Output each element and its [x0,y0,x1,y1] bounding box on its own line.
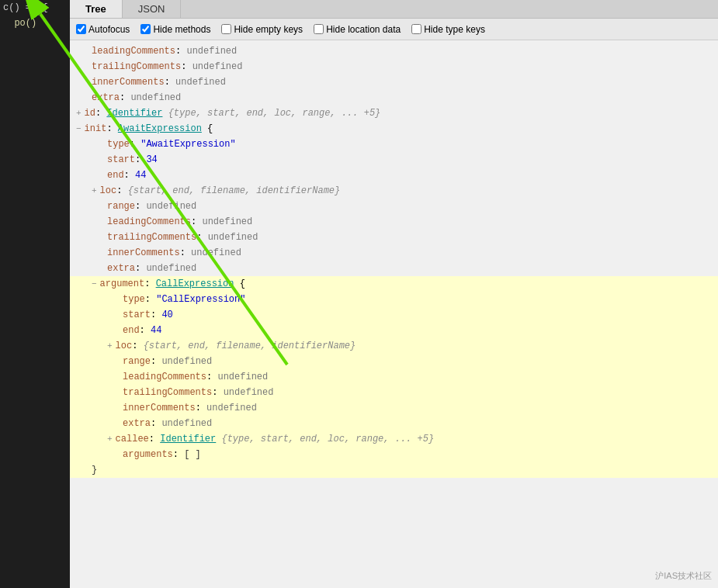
tree-row-inner-comments-3: innerComments : undefined [70,400,718,416]
tree-row-start-40: start : 40 [70,307,718,323]
tree-row-leading-comments-2: leadingComments : undefined [70,214,718,230]
tree-row-trailing-comments-3: trailingComments : undefined [70,385,718,400]
checkbox-autofocus[interactable] [76,24,86,34]
code-func: po() [14,18,36,29]
tree-row-trailing-comments-2: trailingComments : undefined [70,230,718,245]
expand-id[interactable]: + [76,105,82,121]
expand-loc-1[interactable]: + [92,183,97,199]
type-identifier-1[interactable]: Identifier [106,105,162,121]
tree-row-leading-comments-1: leadingComments : undefined [70,43,718,59]
code-punct: c() => { [3,2,48,13]
tab-bar: Tree JSON [70,0,718,19]
tree-row-inner-comments-2: innerComments : undefined [70,245,718,261]
checkbox-hide-methods[interactable] [140,24,151,34]
tree-row-callee: + callee : Identifier {type, start, end,… [70,431,718,447]
checkbox-hide-empty-keys[interactable] [221,24,231,34]
watermark: 沪IAS技术社区 [655,570,712,582]
tree-row-type-await: type : "AwaitExpression" [70,137,718,152]
tree-row-close-brace: } [70,462,718,478]
expand-init[interactable]: − [76,121,82,137]
tree-row-trailing-comments-1: trailingComments : undefined [70,59,718,74]
tree-row-extra-1: extra : undefined [70,90,718,105]
code-line-1: c() => { [3,0,67,16]
type-await-expression[interactable]: AwaitExpression [118,121,202,137]
tab-json[interactable]: JSON [123,0,182,18]
tree-row-argument: − argument : CallExpression { [70,276,718,292]
tree-row-range-2: range : undefined [70,354,718,369]
checkbox-hide-type-keys[interactable] [411,24,421,34]
option-hide-methods[interactable]: Hide methods [140,24,210,35]
options-bar: Autofocus Hide methods Hide empty keys H… [70,19,718,40]
tree-row-arguments: arguments : [ ] [70,447,718,462]
tree-row-start-34: start : 34 [70,152,718,168]
tree-row-end-44: end : 44 [70,168,718,183]
code-line-2: po() [3,16,67,31]
option-hide-empty-keys[interactable]: Hide empty keys [221,24,303,35]
option-autofocus[interactable]: Autofocus [76,24,130,35]
code-panel: c() => { po() [0,0,70,588]
type-identifier-2[interactable]: Identifier [160,431,216,447]
tree-content: leadingComments : undefined trailingComm… [70,40,718,588]
tree-row-init: − init : AwaitExpression { [70,121,718,137]
tree-row-end-44-call: end : 44 [70,323,718,338]
tree-row-inner-comments-1: innerComments : undefined [70,74,718,90]
tab-tree[interactable]: Tree [70,0,123,18]
checkbox-hide-location-data[interactable] [314,24,324,34]
tree-row-loc-1: + loc : {start, end, filename, identifie… [70,183,718,199]
type-call-expression[interactable]: CallExpression [156,276,234,292]
expand-argument[interactable]: − [92,276,97,292]
tree-row-extra-3: extra : undefined [70,416,718,431]
tree-row-type-call: type : "CallExpression" [70,292,718,307]
option-hide-location-data[interactable]: Hide location data [314,24,401,35]
option-hide-type-keys[interactable]: Hide type keys [411,24,485,35]
tree-row-leading-comments-3: leadingComments : undefined [70,369,718,385]
expand-loc-2[interactable]: + [107,338,113,354]
expand-callee[interactable]: + [107,431,113,447]
tree-row-id: + id : Identifier {type, start, end, loc… [70,105,718,121]
tree-row-range-1: range : undefined [70,199,718,214]
tree-row-extra-2: extra : undefined [70,261,718,276]
tree-row-loc-2: + loc : {start, end, filename, identifie… [70,338,718,354]
